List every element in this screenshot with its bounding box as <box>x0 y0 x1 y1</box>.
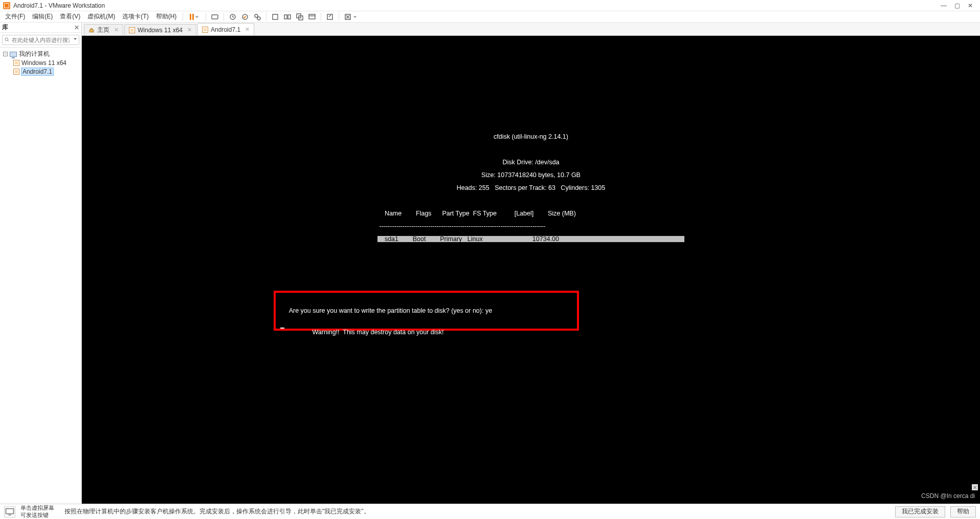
menu-file[interactable]: 文件(F) <box>2 11 28 22</box>
watermark: CSDN @In cerca di <box>921 492 975 500</box>
cfdisk-prompt: Are you sure you want to write the parti… <box>280 307 659 314</box>
cfdisk-columns: Name Flags Part Type FS Type [Label] Siz… <box>377 210 684 217</box>
menu-vm[interactable]: 虚拟机(M) <box>84 11 118 22</box>
vm-icon <box>13 69 19 75</box>
tab-windows11[interactable]: Windows 11 x64 ✕ <box>124 24 196 35</box>
cfdisk-title: cfdisk (util-linux-ng 2.14.1) <box>377 134 684 140</box>
sidebar: 库 ✕ − 我的计算机 Windows 11 x64 Android7.1 <box>0 23 82 504</box>
svg-point-4 <box>257 17 260 20</box>
menu-edit[interactable]: 编辑(E) <box>29 11 56 22</box>
clock-icon <box>229 13 237 21</box>
finish-install-button[interactable]: 我已完成安装 <box>895 506 945 517</box>
search-input[interactable] <box>2 35 79 45</box>
tab-android71[interactable]: Android7.1 ✕ <box>197 23 254 35</box>
screen-icon <box>4 506 15 517</box>
hint-text: 单击虚拟屏幕 可发送按键 <box>20 505 54 518</box>
tab-close-button[interactable]: ✕ <box>245 26 250 33</box>
svg-rect-14 <box>6 508 14 513</box>
titlebar: Android7.1 - VMware Workstation — ▢ ✕ <box>0 0 980 11</box>
tree-item-windows11[interactable]: Windows 11 x64 <box>0 58 81 67</box>
svg-rect-5 <box>273 14 278 19</box>
chevron-down-icon <box>353 15 357 19</box>
tab-close-button[interactable]: ✕ <box>187 27 192 33</box>
help-button[interactable]: 帮助 <box>950 506 976 517</box>
svg-rect-10 <box>309 14 315 19</box>
separator <box>321 13 321 21</box>
manage-snapshots-button[interactable] <box>252 12 263 22</box>
snapshot-button[interactable] <box>227 12 238 22</box>
sidebar-close-button[interactable]: ✕ <box>74 24 79 31</box>
separator <box>206 13 206 21</box>
tab-label: Android7.1 <box>211 26 240 33</box>
vm-console[interactable]: cfdisk (util-linux-ng 2.14.1) Disk Drive… <box>82 36 980 504</box>
unity-icon <box>296 13 304 21</box>
sidebar-search <box>0 33 81 48</box>
menubar: 文件(F) 编辑(E) 查看(V) 虚拟机(M) 选项卡(T) 帮助(H) <box>0 11 980 23</box>
dismiss-hint-button[interactable]: ✕ <box>972 484 978 490</box>
vm-icon <box>129 27 135 33</box>
tab-close-button[interactable]: ✕ <box>114 27 119 33</box>
separator <box>339 13 339 21</box>
stretch-button[interactable] <box>342 12 359 22</box>
split-icon <box>283 13 292 21</box>
stretch-icon <box>344 13 352 21</box>
vm-icon <box>202 27 208 33</box>
vm-icon <box>13 60 19 66</box>
fullscreen-icon <box>326 13 334 21</box>
pause-icon <box>190 14 194 20</box>
view-console-button[interactable] <box>306 12 318 22</box>
snapshots-icon <box>253 13 261 21</box>
tree-root-label: 我的计算机 <box>19 50 50 58</box>
chevron-down-icon <box>73 38 77 41</box>
keyboard-icon <box>211 13 219 21</box>
collapse-icon[interactable]: − <box>3 52 8 56</box>
svg-rect-7 <box>288 15 291 19</box>
menu-help[interactable]: 帮助(H) <box>153 11 180 22</box>
revert-button[interactable] <box>239 12 251 22</box>
svg-rect-0 <box>212 15 218 19</box>
separator <box>224 13 224 21</box>
content-area: 库 ✕ − 我的计算机 Windows 11 x64 Android7.1 <box>0 23 980 504</box>
close-button[interactable]: ✕ <box>964 1 977 10</box>
svg-point-13 <box>5 38 8 41</box>
computer-icon <box>10 52 17 57</box>
minimize-button[interactable]: — <box>937 1 950 10</box>
tabstrip: 主页 ✕ Windows 11 x64 ✕ Android7.1 ✕ <box>82 23 980 36</box>
main-pane: 主页 ✕ Windows 11 x64 ✕ Android7.1 ✕ cfdis… <box>82 23 980 504</box>
cfdisk-geom: Heads: 255 Sectors per Track: 63 Cylinde… <box>377 185 684 191</box>
menu-tabs[interactable]: 选项卡(T) <box>119 11 151 22</box>
tab-label: 主页 <box>97 26 109 34</box>
maximize-button[interactable]: ▢ <box>950 1 964 10</box>
sidebar-title: 库 <box>2 23 8 32</box>
tab-home[interactable]: 主页 ✕ <box>84 24 123 35</box>
tab-label: Windows 11 x64 <box>138 27 183 34</box>
send-ctrlaltdel-button[interactable] <box>209 12 220 22</box>
install-message: 按照在物理计算机中的步骤安装客户机操作系统。完成安装后，操作系统会进行引导，此时… <box>64 507 370 516</box>
tree-root[interactable]: − 我的计算机 <box>0 50 81 58</box>
sidebar-header: 库 ✕ <box>0 23 81 33</box>
svg-point-3 <box>255 14 258 17</box>
separator <box>266 13 266 21</box>
install-hint-bar: 单击虚拟屏幕 可发送按键 按照在物理计算机中的步骤安装客户机操作系统。完成安装后… <box>0 504 980 519</box>
fullscreen-button[interactable] <box>324 12 336 22</box>
console-icon <box>308 13 316 21</box>
svg-rect-11 <box>327 14 332 19</box>
menu-view[interactable]: 查看(V) <box>57 11 83 22</box>
separator <box>183 13 183 21</box>
search-icon <box>4 37 10 42</box>
tree-item-android71[interactable]: Android7.1 <box>0 67 81 76</box>
tree-item-label: Android7.1 <box>21 68 53 75</box>
view-single-button[interactable] <box>270 12 281 22</box>
cfdisk-warning: Warning!! This may destroy data on your … <box>280 329 659 336</box>
library-tree: − 我的计算机 Windows 11 x64 Android7.1 <box>0 48 81 78</box>
pause-button[interactable] <box>186 12 203 22</box>
view-split-button[interactable] <box>282 12 293 22</box>
cfdisk-screen: cfdisk (util-linux-ng 2.14.1) Disk Drive… <box>377 127 684 255</box>
chevron-down-icon <box>195 15 199 19</box>
single-window-icon <box>271 13 279 21</box>
svg-rect-6 <box>284 15 287 19</box>
view-unity-button[interactable] <box>294 12 305 22</box>
cfdisk-divider: ----------------------------------------… <box>377 223 684 230</box>
revert-icon <box>241 13 249 21</box>
cfdisk-prompt-block: Are you sure you want to write the parti… <box>280 300 659 350</box>
